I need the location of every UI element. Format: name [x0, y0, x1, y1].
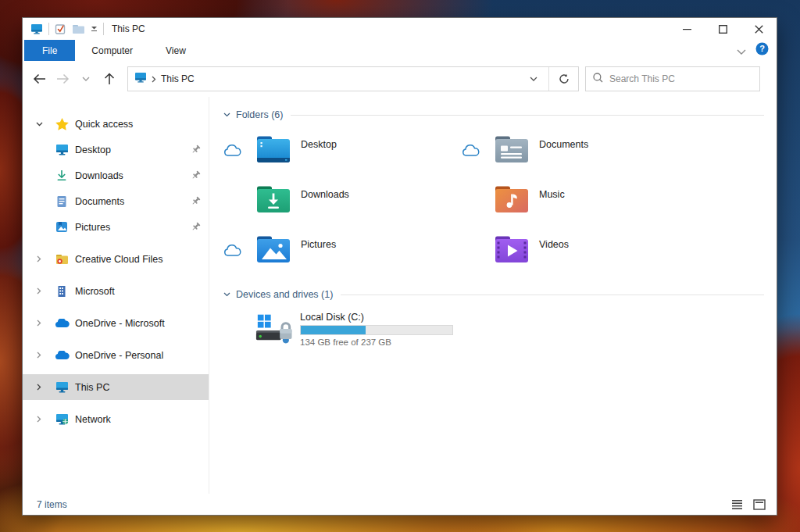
details-view-icon[interactable]	[729, 497, 745, 512]
folder-tile-music[interactable]: Music	[462, 184, 700, 218]
sidebar-item-desktop[interactable]: Desktop	[23, 137, 209, 162]
minimize-button[interactable]	[669, 18, 705, 40]
help-icon[interactable]: ?	[755, 42, 769, 59]
maximize-button[interactable]	[705, 18, 741, 40]
pictures-folder-icon	[255, 234, 292, 266]
chevron-right-icon[interactable]	[33, 384, 45, 391]
tile-label: Videos	[539, 239, 569, 250]
pin-icon[interactable]	[191, 145, 201, 155]
chevron-down-icon[interactable]	[33, 122, 45, 127]
tile-label: Desktop	[301, 139, 337, 150]
tab-view[interactable]: View	[149, 40, 202, 61]
address-bar[interactable]: This PC	[127, 66, 579, 91]
downloads-folder-icon	[255, 184, 292, 216]
chevron-down-icon[interactable]	[223, 292, 230, 297]
sidebar-item-creative-cloud-files[interactable]: Creative Cloud Files	[23, 246, 209, 272]
sidebar-item-downloads[interactable]: Downloads	[23, 162, 209, 188]
sidebar-item-network[interactable]: Network	[23, 406, 209, 432]
sidebar-item-microsoft[interactable]: Microsoft	[23, 278, 209, 304]
recent-locations-chevron-down-icon[interactable]	[74, 67, 98, 91]
breadcrumb-chevron-right-icon[interactable]	[152, 72, 156, 86]
onedrive-status-cloud-icon	[462, 145, 480, 157]
desktop-icon	[54, 143, 70, 157]
sidebar-item-quick-access[interactable]: Quick access	[23, 111, 209, 137]
search-box[interactable]	[585, 66, 760, 91]
pin-icon[interactable]	[191, 222, 201, 232]
sidebar-item-pictures[interactable]: Pictures	[23, 214, 209, 240]
sidebar-item-label: Quick access	[75, 119, 133, 130]
folder-tile-documents[interactable]: Documents	[462, 134, 700, 168]
sidebar-item-documents[interactable]: Documents	[23, 188, 209, 214]
creative-cloud-icon	[54, 252, 70, 266]
tile-label: Music	[539, 189, 565, 200]
drive-name: Local Disk (C:)	[300, 312, 453, 323]
forward-icon[interactable]	[51, 67, 74, 91]
large-icons-view-icon[interactable]	[752, 497, 767, 512]
refresh-icon[interactable]	[548, 67, 578, 91]
drive-tile-local-disk[interactable]: Local Disk (C:) 134 GB free of 237 GB	[223, 312, 764, 347]
tab-computer[interactable]: Computer	[75, 40, 149, 61]
search-input[interactable]	[609, 73, 752, 84]
download-icon	[54, 169, 70, 183]
folder-tile-desktop[interactable]: Desktop	[223, 134, 462, 168]
properties-icon[interactable]	[55, 23, 66, 35]
chevron-right-icon[interactable]	[33, 320, 45, 327]
up-icon[interactable]	[98, 67, 121, 91]
svg-text:?: ?	[759, 44, 765, 53]
back-icon[interactable]	[27, 67, 51, 91]
new-folder-icon[interactable]	[72, 24, 85, 34]
breadcrumb[interactable]: This PC	[128, 67, 548, 91]
file-explorer-window: This PC File Computer View ?	[22, 17, 777, 516]
folder-tile-pictures[interactable]: Pictures	[223, 234, 462, 268]
this-pc-icon[interactable]	[30, 23, 43, 34]
group-header-folders[interactable]: Folders (6)	[223, 106, 764, 123]
group-title: Folders (6)	[236, 109, 283, 120]
drive-bar-fill	[301, 326, 366, 334]
search-icon	[593, 72, 603, 86]
music-folder-icon	[493, 184, 530, 216]
local-disk-icon	[255, 312, 292, 345]
address-dropdown-chevron-down-icon[interactable]	[525, 77, 542, 81]
sidebar-item-onedrive-microsoft[interactable]: OneDrive - Microsoft	[23, 310, 209, 336]
sidebar-item-label: OneDrive - Personal	[75, 350, 163, 361]
document-icon	[54, 195, 70, 209]
building-icon	[54, 284, 70, 298]
close-button[interactable]	[741, 18, 777, 40]
sidebar-item-label: Desktop	[75, 145, 111, 155]
toolbar-separator	[48, 23, 49, 35]
sidebar-item-onedrive-personal[interactable]: OneDrive - Personal	[23, 342, 209, 368]
sidebar-item-this-pc[interactable]: This PC	[23, 374, 209, 400]
chevron-right-icon[interactable]	[33, 352, 45, 359]
group-divider	[341, 295, 764, 295]
chevron-down-icon[interactable]	[223, 112, 230, 117]
tile-label: Documents	[539, 139, 588, 150]
folders-grid: Desktop Documents Downloads	[223, 134, 764, 268]
tile-label: Downloads	[301, 189, 349, 200]
sidebar-item-label: Network	[75, 414, 111, 425]
qat-dropdown-icon[interactable]	[91, 27, 98, 31]
tab-file[interactable]: File	[24, 40, 75, 61]
folder-tile-downloads[interactable]: Downloads	[223, 184, 462, 218]
computer-icon	[54, 380, 70, 395]
sidebar-item-label: Creative Cloud Files	[75, 254, 163, 265]
chevron-right-icon[interactable]	[33, 416, 45, 423]
chevron-right-icon[interactable]	[33, 287, 45, 295]
sidebar-item-label: Downloads	[75, 170, 123, 181]
documents-folder-icon	[493, 134, 530, 166]
status-bar: 7 items	[23, 494, 777, 515]
sidebar-item-label: This PC	[75, 382, 109, 393]
videos-folder-icon	[493, 234, 530, 266]
pin-icon[interactable]	[191, 170, 201, 180]
breadcrumb-location[interactable]: This PC	[161, 73, 195, 84]
items-view: Folders (6) Desktop Documents	[209, 97, 777, 494]
quick-access-toolbar	[23, 23, 104, 35]
ribbon-tab-bar: File Computer View ?	[23, 40, 777, 61]
toolbar-separator	[103, 23, 104, 35]
chevron-right-icon[interactable]	[33, 255, 45, 262]
title-bar[interactable]: This PC	[23, 18, 777, 40]
star-icon	[54, 117, 70, 131]
group-header-devices[interactable]: Devices and drives (1)	[223, 286, 764, 303]
folder-tile-videos[interactable]: Videos	[462, 234, 700, 268]
pin-icon[interactable]	[191, 196, 201, 206]
ribbon-collapse-chevron-down-icon[interactable]	[737, 44, 746, 58]
